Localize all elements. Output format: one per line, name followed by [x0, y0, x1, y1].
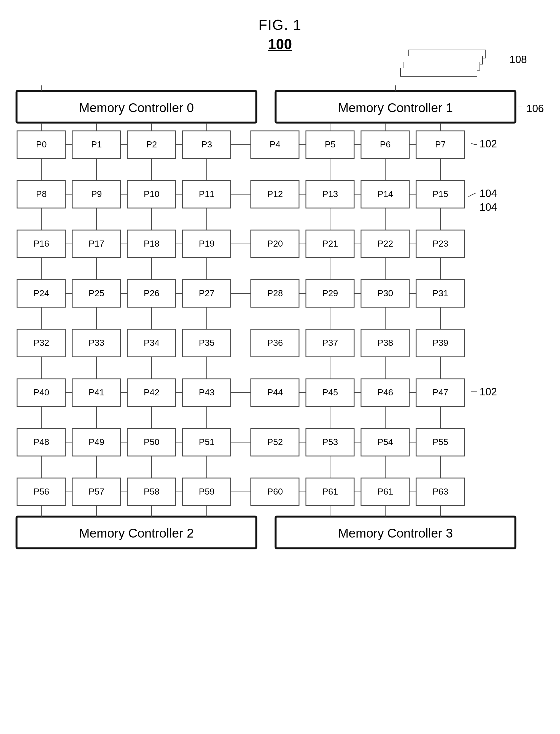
- svg-text:P28: P28: [267, 288, 283, 298]
- svg-text:P43: P43: [199, 387, 215, 397]
- svg-text:P10: P10: [144, 189, 160, 199]
- svg-text:P1: P1: [91, 139, 102, 149]
- svg-text:P25: P25: [89, 288, 104, 298]
- svg-text:P3: P3: [201, 139, 212, 149]
- svg-text:P46: P46: [378, 387, 393, 397]
- svg-text:P32: P32: [34, 338, 49, 348]
- svg-text:P61: P61: [322, 486, 338, 496]
- svg-text:P48: P48: [34, 437, 49, 447]
- svg-text:P45: P45: [322, 387, 338, 397]
- svg-text:P33: P33: [89, 338, 104, 348]
- svg-text:P38: P38: [378, 338, 393, 348]
- svg-text:104: 104: [480, 188, 497, 199]
- svg-text:P27: P27: [199, 288, 215, 298]
- svg-text:102: 102: [480, 138, 497, 150]
- svg-text:P2: P2: [146, 139, 157, 149]
- svg-text:P51: P51: [199, 437, 215, 447]
- svg-text:P4: P4: [270, 139, 280, 149]
- stack-line-4: [400, 68, 477, 77]
- svg-text:104: 104: [480, 202, 497, 213]
- ref-108: 108: [510, 54, 527, 66]
- svg-text:P39: P39: [433, 338, 448, 348]
- svg-text:P11: P11: [199, 189, 215, 199]
- svg-text:P40: P40: [34, 387, 49, 397]
- svg-text:P61: P61: [378, 486, 393, 496]
- svg-text:P47: P47: [433, 387, 448, 397]
- mc3-label: Memory Controller 3: [338, 526, 453, 540]
- svg-text:P41: P41: [89, 387, 104, 397]
- svg-text:P6: P6: [380, 139, 391, 149]
- svg-text:P55: P55: [433, 437, 448, 447]
- svg-text:P7: P7: [435, 139, 446, 149]
- svg-text:P58: P58: [144, 486, 160, 496]
- svg-text:P36: P36: [267, 338, 283, 348]
- svg-text:P34: P34: [144, 338, 160, 348]
- svg-text:P50: P50: [144, 437, 160, 447]
- diagram-svg: Memory Controller 0 Memory Controller 1 …: [11, 83, 548, 725]
- svg-text:102: 102: [480, 386, 497, 397]
- svg-text:P21: P21: [322, 239, 338, 249]
- svg-text:P56: P56: [34, 486, 49, 496]
- svg-text:P18: P18: [144, 239, 160, 249]
- svg-text:P24: P24: [34, 288, 49, 298]
- svg-text:P23: P23: [433, 239, 448, 249]
- svg-text:P19: P19: [199, 239, 215, 249]
- svg-text:P29: P29: [322, 288, 338, 298]
- svg-text:P59: P59: [199, 486, 215, 496]
- svg-text:P35: P35: [199, 338, 215, 348]
- svg-text:P57: P57: [89, 486, 104, 496]
- svg-text:P17: P17: [89, 239, 104, 249]
- svg-text:P30: P30: [378, 288, 393, 298]
- svg-text:P60: P60: [267, 486, 283, 496]
- svg-text:P26: P26: [144, 288, 160, 298]
- svg-text:P12: P12: [267, 189, 283, 199]
- mc1-label: Memory Controller 1: [338, 101, 453, 115]
- svg-text:P22: P22: [378, 239, 393, 249]
- svg-text:P63: P63: [433, 486, 448, 496]
- svg-text:P14: P14: [378, 189, 393, 199]
- svg-text:P5: P5: [325, 139, 335, 149]
- svg-text:P15: P15: [433, 189, 448, 199]
- svg-text:P52: P52: [267, 437, 283, 447]
- svg-text:P9: P9: [91, 189, 102, 199]
- svg-text:P44: P44: [267, 387, 283, 397]
- svg-text:P53: P53: [322, 437, 338, 447]
- memory-stack: [400, 50, 488, 88]
- svg-text:P54: P54: [378, 437, 393, 447]
- svg-text:P8: P8: [36, 189, 47, 199]
- page: FIG. 1 100 108 Memory Controller 0 Memor…: [0, 0, 560, 734]
- svg-text:P0: P0: [36, 139, 47, 149]
- mc2-label: Memory Controller 2: [79, 526, 194, 540]
- svg-text:P37: P37: [322, 338, 338, 348]
- mc0-label: Memory Controller 0: [79, 101, 194, 115]
- figure-label: FIG. 1: [22, 17, 538, 33]
- svg-text:P49: P49: [89, 437, 104, 447]
- svg-text:P20: P20: [267, 239, 283, 249]
- svg-text:P13: P13: [322, 189, 338, 199]
- svg-text:P16: P16: [34, 239, 49, 249]
- svg-text:P42: P42: [144, 387, 160, 397]
- svg-text:P31: P31: [433, 288, 448, 298]
- svg-text:106: 106: [526, 103, 544, 114]
